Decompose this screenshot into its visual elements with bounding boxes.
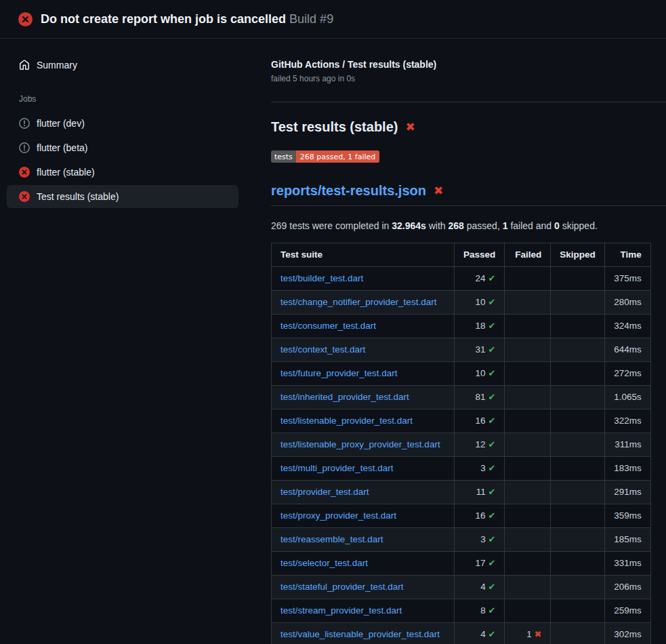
badge-label: tests bbox=[271, 150, 296, 163]
summary-number: 268 bbox=[449, 220, 464, 231]
passed-cell: 16 ✔ bbox=[455, 409, 505, 433]
sidebar-item-flutter-dev[interactable]: flutter (dev) bbox=[7, 112, 238, 135]
cross-mark-icon: ✖ bbox=[405, 121, 415, 133]
time-cell: 272ms bbox=[604, 362, 650, 386]
failed-cell bbox=[505, 291, 551, 315]
suite-cell: test/multi_provider_test.dart bbox=[272, 457, 455, 481]
suite-link[interactable]: test/reassemble_test.dart bbox=[280, 534, 383, 544]
table-row: test/stream_provider_test.dart8 ✔259ms bbox=[272, 599, 651, 623]
summary-text: passed, bbox=[464, 220, 503, 231]
crumb-block: GitHub Actions / Test results (stable) f… bbox=[271, 58, 666, 83]
jobs-sidebar: Summary Jobs flutter (dev)flutter (beta)… bbox=[0, 39, 271, 209]
check-icon: ✔ bbox=[488, 463, 495, 473]
status-line: failed 5 hours ago in 0s bbox=[271, 74, 666, 83]
suite-cell: test/listenable_provider_test.dart bbox=[272, 409, 455, 433]
suite-cell: test/stateful_provider_test.dart bbox=[272, 576, 455, 599]
time-cell: 259ms bbox=[604, 599, 650, 623]
skipped-cell bbox=[551, 481, 605, 504]
skipped-cell bbox=[551, 457, 605, 481]
passed-cell: 4 ✔ bbox=[455, 576, 505, 599]
suite-link[interactable]: test/listenable_provider_test.dart bbox=[280, 416, 413, 426]
neutral-circle-icon bbox=[19, 142, 30, 153]
suite-link[interactable]: test/stateful_provider_test.dart bbox=[280, 582, 404, 592]
passed-cell: 81 ✔ bbox=[455, 386, 505, 409]
skipped-cell bbox=[551, 433, 605, 457]
failed-cell bbox=[505, 576, 551, 599]
check-content: GitHub Actions / Test results (stable) f… bbox=[271, 39, 666, 644]
time-cell: 291ms bbox=[604, 481, 650, 504]
time-cell: 331ms bbox=[604, 552, 650, 576]
summary-text: skipped. bbox=[560, 220, 598, 231]
suite-link[interactable]: test/builder_test.dart bbox=[280, 273, 363, 283]
results-table: Test suitePassedFailedSkippedTime test/b… bbox=[271, 243, 651, 644]
table-row: test/stateful_provider_test.dart4 ✔206ms bbox=[272, 576, 651, 599]
layout: Summary Jobs flutter (dev)flutter (beta)… bbox=[0, 39, 666, 644]
suite-link[interactable]: test/proxy_provider_test.dart bbox=[280, 510, 396, 521]
sidebar-item-flutter-beta[interactable]: flutter (beta) bbox=[7, 136, 238, 159]
failed-cell bbox=[505, 433, 551, 457]
suite-link[interactable]: test/inherited_provider_test.dart bbox=[280, 392, 409, 402]
passed-cell: 18 ✔ bbox=[455, 315, 505, 338]
suite-link[interactable]: test/change_notifier_provider_test.dart bbox=[280, 297, 436, 307]
check-icon: ✔ bbox=[488, 392, 495, 402]
suite-link[interactable]: test/consumer_test.dart bbox=[280, 321, 376, 331]
suite-link[interactable]: test/selector_test.dart bbox=[280, 558, 368, 568]
sidebar-item-summary[interactable]: Summary bbox=[7, 54, 238, 77]
time-cell: 302ms bbox=[604, 623, 650, 644]
divider bbox=[271, 102, 666, 102]
report-title: reports/test-results.json ✖ bbox=[271, 183, 666, 206]
summary-number: 32.964s bbox=[392, 220, 426, 231]
badge-value: 268 passed, 1 failed bbox=[296, 150, 379, 163]
table-row: test/change_notifier_provider_test.dart1… bbox=[272, 291, 651, 315]
build-title: Do not create report when job is cancell… bbox=[41, 12, 333, 26]
breadcrumb: GitHub Actions / Test results (stable) bbox=[271, 58, 666, 71]
suite-cell: test/context_test.dart bbox=[272, 338, 455, 362]
table-row: test/provider_test.dart11 ✔291ms bbox=[272, 481, 651, 504]
table-header-row: Test suitePassedFailedSkippedTime bbox=[272, 243, 651, 267]
suite-link[interactable]: test/multi_provider_test.dart bbox=[280, 463, 394, 473]
time-cell: 1.065s bbox=[604, 386, 650, 409]
passed-cell: 24 ✔ bbox=[455, 267, 505, 291]
sidebar-item-test-results-stable[interactable]: Test results (stable) bbox=[7, 185, 238, 208]
time-cell: 644ms bbox=[604, 338, 650, 362]
failed-cell bbox=[505, 504, 551, 528]
table-row: test/future_provider_test.dart10 ✔272ms bbox=[272, 362, 651, 386]
table-body: test/builder_test.dart24 ✔375ms test/cha… bbox=[272, 267, 651, 644]
summary-text: failed and bbox=[508, 220, 555, 231]
suite-link[interactable]: test/listenable_proxy_provider_test.dart bbox=[280, 439, 440, 449]
jobs-list: flutter (dev)flutter (beta)flutter (stab… bbox=[0, 112, 271, 208]
table-row: test/listenable_proxy_provider_test.dart… bbox=[272, 433, 651, 457]
skipped-cell bbox=[551, 315, 605, 338]
suite-link[interactable]: test/stream_provider_test.dart bbox=[280, 605, 402, 616]
passed-cell: 31 ✔ bbox=[455, 338, 505, 362]
summary-label: Summary bbox=[37, 60, 77, 71]
suite-link[interactable]: test/future_provider_test.dart bbox=[280, 368, 398, 378]
table-row: test/proxy_provider_test.dart16 ✔359ms bbox=[272, 504, 651, 528]
suite-link[interactable]: test/provider_test.dart bbox=[280, 487, 369, 497]
test-summary: 269 tests were completed in 32.964s with… bbox=[271, 220, 666, 231]
section-title-text: Test results (stable) bbox=[271, 119, 398, 135]
suite-cell: test/proxy_provider_test.dart bbox=[272, 504, 455, 528]
passed-cell: 11 ✔ bbox=[455, 481, 505, 504]
skipped-cell bbox=[551, 386, 605, 409]
failed-cell: 1 ✖ bbox=[505, 623, 551, 644]
sidebar-item-flutter-stable[interactable]: flutter (stable) bbox=[7, 161, 238, 184]
table-row: test/context_test.dart31 ✔644ms bbox=[272, 338, 651, 362]
check-icon: ✔ bbox=[488, 273, 495, 283]
job-label: flutter (dev) bbox=[37, 118, 85, 129]
failed-cell bbox=[505, 362, 551, 386]
report-link[interactable]: reports/test-results.json bbox=[271, 183, 426, 199]
passed-cell: 3 ✔ bbox=[455, 528, 505, 552]
suite-link[interactable]: test/context_test.dart bbox=[280, 344, 365, 355]
x-circle-icon bbox=[18, 12, 33, 26]
check-icon: ✔ bbox=[488, 534, 495, 544]
suite-link[interactable]: test/value_listenable_provider_test.dart bbox=[280, 629, 440, 639]
failed-cell bbox=[505, 528, 551, 552]
check-icon: ✔ bbox=[488, 582, 495, 592]
failed-cell bbox=[505, 338, 551, 362]
time-cell: 322ms bbox=[604, 409, 650, 433]
failed-cell bbox=[505, 315, 551, 338]
check-run-page: Do not create report when job is cancell… bbox=[0, 0, 666, 644]
neutral-circle-icon bbox=[19, 118, 30, 129]
cross-icon: ✖ bbox=[534, 629, 541, 639]
